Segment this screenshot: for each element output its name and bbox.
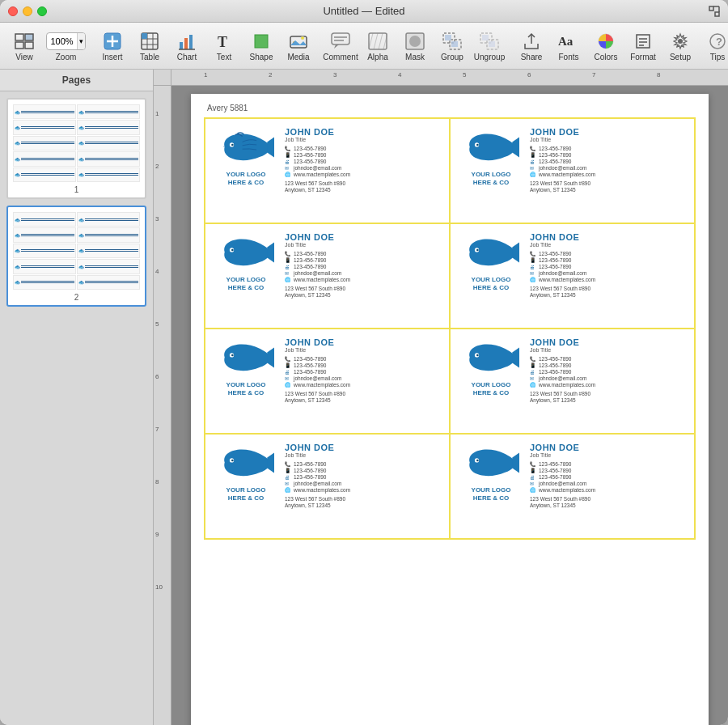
toolbar-setup[interactable]: Setup bbox=[662, 26, 698, 66]
toolbar-share[interactable]: Share bbox=[514, 26, 549, 66]
svg-rect-19 bbox=[189, 35, 193, 49]
svg-rect-26 bbox=[332, 33, 349, 45]
zoom-arrow[interactable]: ▾ bbox=[77, 33, 85, 49]
toolbar-group[interactable]: Group bbox=[434, 26, 470, 66]
maximize-button[interactable] bbox=[37, 6, 47, 16]
svg-rect-16 bbox=[142, 33, 147, 39]
toolbar-tips-label: Tips bbox=[710, 53, 726, 61]
business-card-4-2: YOUR LOGOHERE & CO JOHN DOE Job Title 📞1… bbox=[450, 434, 695, 539]
ruler-corner bbox=[154, 70, 171, 86]
traffic-lights bbox=[8, 6, 47, 16]
toolbar-colors[interactable]: Colors bbox=[588, 26, 624, 66]
window-title: Untitled — Edited bbox=[57, 5, 671, 17]
toolbar-mask-label: Mask bbox=[405, 53, 425, 61]
card-title-3: Job Title bbox=[285, 242, 441, 248]
toolbar-table[interactable]: Table bbox=[132, 26, 167, 66]
svg-point-58 bbox=[476, 144, 479, 146]
page-document[interactable]: Avery 5881 bbox=[171, 86, 728, 725]
toolbar-shape[interactable]: Shape bbox=[243, 26, 279, 66]
toolbar-format[interactable]: Format bbox=[625, 26, 661, 66]
toolbar-view[interactable]: View bbox=[6, 26, 42, 66]
card-logo-8: YOUR LOGOHERE & CO bbox=[472, 486, 511, 502]
card-title-2: Job Title bbox=[530, 137, 686, 142]
close-button[interactable] bbox=[8, 6, 18, 16]
toolbar-setup-label: Setup bbox=[670, 53, 691, 61]
toolbar-colors-label: Colors bbox=[595, 53, 618, 61]
sidebar: Pages 🐟 🐟 🐟 🐟 🐟 🐟 🐟 🐟 bbox=[0, 70, 154, 725]
title-bar: Untitled — Edited bbox=[0, 0, 728, 23]
ruler-horizontal: 1 2 3 4 5 6 7 8 bbox=[171, 70, 728, 86]
svg-rect-39 bbox=[451, 41, 458, 47]
svg-point-35 bbox=[409, 36, 421, 47]
toolbar: View 100% ▾ Zoom Insert bbox=[0, 23, 728, 70]
svg-marker-71 bbox=[267, 451, 274, 476]
toolbar-ungroup-label: Ungroup bbox=[474, 53, 505, 61]
sidebar-pages: 🐟 🐟 🐟 🐟 🐟 🐟 🐟 🐟 🐟 🐟 1 bbox=[0, 91, 153, 725]
page-thumb-1[interactable]: 🐟 🐟 🐟 🐟 🐟 🐟 🐟 🐟 🐟 🐟 1 bbox=[6, 98, 146, 199]
svg-point-25 bbox=[301, 36, 304, 40]
card-logo-3: YOUR LOGOHERE & CO bbox=[226, 276, 266, 291]
content-row: 1 2 3 4 5 6 7 8 9 10 Avery 5881 bbox=[154, 86, 728, 725]
business-card-1-2: YOUR LOGOHERE & CO JOHN DOE Job Title 📞1… bbox=[450, 118, 695, 223]
minimize-button[interactable] bbox=[23, 6, 32, 16]
page-thumb-2[interactable]: 🐟 🐟 🐟 🐟 🐟 🐟 🐟 🐟 🐟 🐟 2 bbox=[6, 206, 146, 307]
page-num-1: 1 bbox=[11, 185, 142, 194]
canvas-area[interactable]: 1 2 3 4 5 6 7 8 1 2 3 4 5 bbox=[154, 70, 728, 725]
toolbar-comment[interactable]: Comment bbox=[323, 26, 358, 66]
card-name-5: JOHN DOE bbox=[285, 337, 441, 347]
business-card-3-1: YOUR LOGOHERE & CO JOHN DOE Job Title 📞1… bbox=[205, 329, 450, 434]
toolbar-table-label: Table bbox=[140, 53, 159, 61]
toolbar-fonts-label: Fonts bbox=[558, 53, 578, 61]
card-logo-7: YOUR LOGOHERE & CO bbox=[226, 486, 266, 502]
svg-text:T: T bbox=[218, 34, 227, 50]
card-name-4: JOHN DOE bbox=[530, 232, 686, 242]
fullscreen-icon[interactable] bbox=[709, 6, 720, 17]
zoom-control[interactable]: 100% ▾ bbox=[46, 32, 85, 50]
toolbar-zoom[interactable]: 100% ▾ Zoom bbox=[44, 26, 88, 66]
card-name-1: JOHN DOE bbox=[285, 127, 441, 137]
page-num-2: 2 bbox=[11, 293, 142, 302]
svg-rect-6 bbox=[15, 42, 23, 49]
ruler-vertical: 1 2 3 4 5 6 7 8 9 10 bbox=[154, 86, 171, 725]
toolbar-insert[interactable]: Insert bbox=[95, 26, 130, 66]
card-name-7: JOHN DOE bbox=[285, 443, 441, 452]
card-title-4: Job Title bbox=[530, 242, 686, 248]
toolbar-fonts[interactable]: Aa Fonts bbox=[551, 26, 586, 66]
card-logo-6: YOUR LOGOHERE & CO bbox=[472, 381, 511, 396]
card-title-6: Job Title bbox=[530, 347, 686, 353]
card-name-6: JOHN DOE bbox=[530, 337, 686, 347]
card-logo-2: YOUR LOGOHERE & CO bbox=[472, 171, 511, 186]
toolbar-alpha[interactable]: Alpha bbox=[360, 26, 396, 66]
business-card-2-2: YOUR LOGOHERE & CO JOHN DOE Job Title 📞1… bbox=[450, 223, 695, 329]
toolbar-tips[interactable]: ? Tips bbox=[700, 26, 728, 66]
card-title-8: Job Title bbox=[530, 452, 686, 458]
business-card-3-2: YOUR LOGOHERE & CO JOHN DOE Job Title 📞1… bbox=[450, 329, 695, 434]
svg-rect-17 bbox=[180, 42, 183, 49]
toolbar-chart-label: Chart bbox=[177, 53, 197, 61]
card-logo-4: YOUR LOGOHERE & CO bbox=[472, 276, 511, 291]
toolbar-shape-label: Shape bbox=[250, 53, 273, 61]
svg-point-64 bbox=[476, 249, 479, 252]
svg-point-55 bbox=[231, 144, 234, 146]
svg-line-31 bbox=[374, 33, 378, 49]
toolbar-ungroup[interactable]: Ungroup bbox=[472, 26, 507, 66]
toolbar-chart[interactable]: Chart bbox=[169, 26, 205, 66]
card-title-7: Job Title bbox=[285, 452, 441, 458]
toolbar-text[interactable]: T Text bbox=[206, 26, 242, 66]
card-name-8: JOHN DOE bbox=[530, 443, 686, 452]
ruler-row: 1 2 3 4 5 6 7 8 bbox=[154, 70, 728, 86]
business-card-2-1: YOUR LOGOHERE & CO JOHN DOE Job Title 📞1… bbox=[205, 223, 450, 329]
toolbar-group-label: Group bbox=[441, 53, 463, 61]
svg-text:?: ? bbox=[716, 36, 722, 48]
svg-line-32 bbox=[379, 33, 383, 49]
toolbar-media-label: Media bbox=[287, 53, 309, 61]
toolbar-mask[interactable]: Mask bbox=[397, 26, 433, 66]
toolbar-view-label: View bbox=[15, 53, 33, 61]
svg-marker-59 bbox=[267, 240, 274, 265]
toolbar-media[interactable]: Media bbox=[281, 26, 316, 66]
sidebar-header: Pages bbox=[0, 70, 153, 91]
page-thumb-1-inner: 🐟 🐟 🐟 🐟 🐟 🐟 🐟 🐟 🐟 🐟 bbox=[11, 103, 142, 184]
business-card-1-1: YOUR LOGOHERE & CO JOHN DOE Job Title 📞1… bbox=[205, 118, 450, 223]
svg-rect-1 bbox=[715, 12, 719, 16]
svg-rect-22 bbox=[255, 35, 268, 48]
